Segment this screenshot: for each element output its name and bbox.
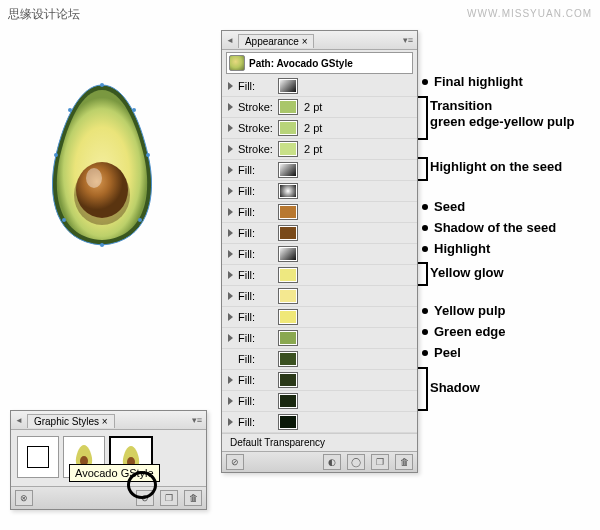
swatch[interactable] [278, 225, 298, 241]
graphic-styles-panel: ◄ Graphic Styles × ▾≡ Avocado GStyle ⊗ ⊘… [10, 410, 207, 510]
link-icon[interactable]: ⊗ [15, 490, 33, 506]
appearance-row[interactable]: Stroke:2 pt [222, 118, 417, 139]
new-style-icon[interactable]: ❐ [160, 490, 178, 506]
row-label: Fill: [238, 290, 274, 302]
appearance-row[interactable]: Fill: [222, 349, 417, 370]
swatch[interactable] [278, 330, 298, 346]
swatch[interactable] [278, 246, 298, 262]
trash-icon[interactable]: 🗑 [395, 454, 413, 470]
appearance-tab[interactable]: Appearance × [238, 34, 315, 48]
appearance-row[interactable]: Fill: [222, 412, 417, 433]
row-value: 2 pt [304, 122, 322, 134]
appearance-row[interactable]: Fill: [222, 202, 417, 223]
row-label: Fill: [238, 80, 274, 92]
swatch[interactable] [278, 288, 298, 304]
swatch[interactable] [278, 414, 298, 430]
row-label: Stroke: [238, 101, 274, 113]
default-transparency[interactable]: Default Transparency [222, 433, 417, 451]
expand-tri-icon[interactable] [228, 397, 233, 405]
swatch[interactable] [278, 99, 298, 115]
row-label: Fill: [238, 269, 274, 281]
gstyles-tab[interactable]: Graphic Styles × [27, 414, 115, 428]
swatch[interactable] [278, 162, 298, 178]
trash-icon[interactable]: 🗑 [184, 490, 202, 506]
expand-tri-icon[interactable] [228, 250, 233, 258]
eye-toggle-icon[interactable]: ⊘ [226, 454, 244, 470]
swatch[interactable] [278, 372, 298, 388]
svg-point-5 [54, 153, 58, 157]
swatch[interactable] [278, 309, 298, 325]
expand-tri-icon[interactable] [228, 229, 233, 237]
appearance-row[interactable]: Stroke:2 pt [222, 139, 417, 160]
expand-tri-icon[interactable] [228, 145, 233, 153]
expand-tri-icon[interactable] [228, 82, 233, 90]
row-value: 2 pt [304, 101, 322, 113]
swatch[interactable] [278, 267, 298, 283]
svg-point-10 [138, 218, 142, 222]
swatch[interactable] [278, 351, 298, 367]
appearance-row[interactable]: Stroke:2 pt [222, 97, 417, 118]
swatch[interactable] [278, 183, 298, 199]
appearance-row[interactable]: Fill: [222, 181, 417, 202]
duplicate-icon[interactable]: ❐ [371, 454, 389, 470]
collapse-icon[interactable]: ◄ [226, 36, 234, 45]
svg-point-8 [132, 108, 136, 112]
appearance-row[interactable]: Fill: [222, 244, 417, 265]
svg-point-6 [146, 153, 150, 157]
path-label: Path: Avocado GStyle [249, 58, 353, 69]
appearance-header[interactable]: ◄ Appearance × ▾≡ [222, 31, 417, 50]
svg-point-3 [100, 83, 104, 87]
expand-tri-icon[interactable] [228, 418, 233, 426]
swatch[interactable] [278, 141, 298, 157]
expand-tri-icon[interactable] [228, 313, 233, 321]
expand-tri-icon[interactable] [228, 376, 233, 384]
swatch[interactable] [278, 393, 298, 409]
path-row[interactable]: Path: Avocado GStyle [226, 52, 413, 74]
row-label: Fill: [238, 395, 274, 407]
row-label: Fill: [238, 164, 274, 176]
panel-menu-icon[interactable]: ▾≡ [403, 35, 413, 45]
gstyles-footer: ⊗ ⊘ ❐ 🗑 [11, 486, 206, 509]
row-label: Fill: [238, 248, 274, 260]
swatch[interactable] [278, 120, 298, 136]
appearance-row[interactable]: Fill: [222, 307, 417, 328]
svg-point-2 [86, 168, 102, 188]
row-label: Fill: [238, 332, 274, 344]
appearance-row[interactable]: Fill: [222, 265, 417, 286]
panel-menu-icon[interactable]: ▾≡ [192, 415, 202, 425]
expand-tri-icon[interactable] [228, 166, 233, 174]
expand-tri-icon[interactable] [228, 187, 233, 195]
site-name: 思缘设计论坛 [8, 6, 80, 23]
collapse-icon[interactable]: ◄ [15, 416, 23, 425]
appearance-row[interactable]: Fill: [222, 76, 417, 97]
path-thumb-icon [229, 55, 245, 71]
expand-tri-icon[interactable] [228, 271, 233, 279]
svg-point-4 [100, 243, 104, 247]
expand-tri-icon[interactable] [228, 103, 233, 111]
row-label: Fill: [238, 416, 274, 428]
appearance-row[interactable]: Fill: [222, 160, 417, 181]
appearance-row[interactable]: Fill: [222, 223, 417, 244]
appearance-row[interactable]: Fill: [222, 286, 417, 307]
row-label: Fill: [238, 185, 274, 197]
expand-tri-icon[interactable] [228, 124, 233, 132]
expand-tri-icon[interactable] [228, 292, 233, 300]
avocado-artwork[interactable] [40, 80, 165, 250]
row-label: Fill: [238, 311, 274, 323]
gstyles-header[interactable]: ◄ Graphic Styles × ▾≡ [11, 411, 206, 430]
expand-tri-icon[interactable] [228, 334, 233, 342]
appearance-row[interactable]: Fill: [222, 328, 417, 349]
appearance-row[interactable]: Fill: [222, 391, 417, 412]
new-fill-icon[interactable]: ◐ [323, 454, 341, 470]
row-value: 2 pt [304, 143, 322, 155]
row-label: Stroke: [238, 122, 274, 134]
break-link-icon[interactable]: ⊘ [136, 490, 154, 506]
expand-tri-icon[interactable] [228, 208, 233, 216]
swatch[interactable] [278, 204, 298, 220]
appearance-panel: ◄ Appearance × ▾≡ Path: Avocado GStyle F… [221, 30, 418, 473]
appearance-row[interactable]: Fill: [222, 370, 417, 391]
new-stroke-icon[interactable]: ◯ [347, 454, 365, 470]
gstyle-tooltip: Avocado GStyle [69, 464, 160, 482]
swatch[interactable] [278, 78, 298, 94]
gstyle-default[interactable] [17, 436, 59, 478]
